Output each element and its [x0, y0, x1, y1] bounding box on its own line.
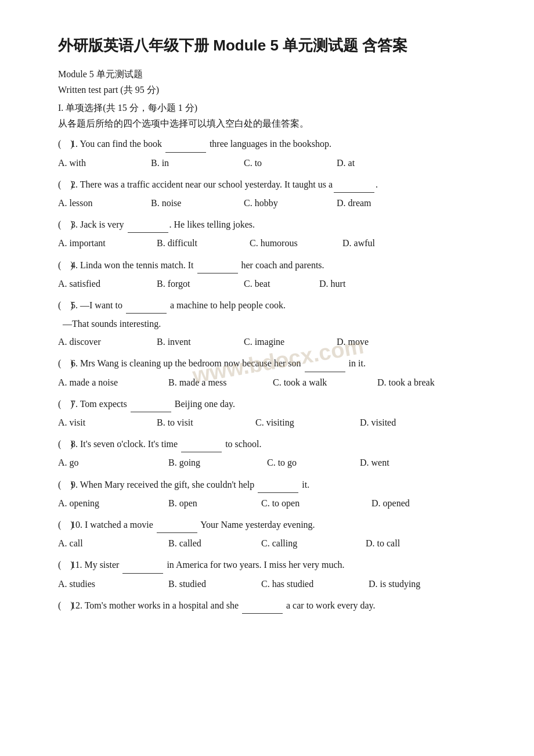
q4-blank [197, 257, 238, 273]
q6-optB: B. made a mess [168, 375, 273, 390]
q9-options: A. opening B. open C. to open D. opened [58, 495, 476, 511]
q4-optA: A. satisfied [58, 276, 157, 291]
q4-optB: B. forgot [157, 276, 244, 291]
q1-num: 1. You can find the book three languages… [71, 139, 331, 149]
q1-paren: ( ) [58, 136, 71, 152]
q10-text: 10. I watched a movie Your Name yesterda… [71, 520, 315, 530]
q2-optC: C. hobby [244, 195, 337, 211]
q7-options: A. visit B. to visit C. visiting D. visi… [58, 415, 476, 430]
question-5b: —That sounds interesting. [58, 316, 476, 332]
q5b-text: —That sounds interesting. [63, 319, 161, 329]
written-test-label: Written test part (共 95 分) [58, 84, 476, 96]
q7-optD: D. visited [360, 415, 453, 430]
q3-optD: D. awful [342, 235, 435, 251]
q3-optB: B. difficult [157, 235, 250, 251]
q6-optD: D. took a break [377, 375, 470, 390]
q4-paren: ( ) [58, 257, 71, 273]
q8-options: A. go B. going C. to go D. went [58, 455, 476, 470]
q3-paren: ( ) [58, 217, 71, 232]
q8-paren: ( ) [58, 436, 71, 452]
q5-options: A. discover B. invent C. imagine D. move [58, 334, 476, 350]
question-11: ( )11. My sister in America for two year… [58, 557, 476, 573]
q2-optD: D. dream [337, 195, 430, 211]
q1-blank [165, 136, 206, 152]
q6-paren: ( ) [58, 355, 71, 371]
q8-optA: A. go [58, 455, 168, 470]
q8-optD: D. went [360, 455, 453, 470]
q5-paren: ( ) [58, 297, 71, 313]
q10-optA: A. call [58, 535, 168, 551]
q1-optD: D. at [337, 155, 430, 171]
q3-text: 3. Jack is very . He likes telling jokes… [71, 219, 255, 229]
q11-optB: B. studied [168, 576, 261, 592]
q8-blank [181, 436, 222, 452]
question-4: ( )4. Linda won the tennis match. It her… [58, 257, 476, 273]
q11-optC: C. has studied [261, 576, 369, 592]
q7-optC: C. visiting [255, 415, 360, 430]
q11-blank [122, 557, 163, 573]
q1-options: A. with B. in C. to D. at [58, 155, 476, 171]
q1-optA: A. with [58, 155, 151, 171]
question-3: ( )3. Jack is very . He likes telling jo… [58, 217, 476, 233]
question-12: ( )12. Tom's mother works in a hospital … [58, 597, 476, 614]
question-8: ( )8. It's seven o'clock. It's time to s… [58, 436, 476, 452]
q6-text: 6. Mrs Wang is cleaning up the bedroom n… [71, 358, 366, 368]
q10-optC: C. calling [261, 535, 366, 551]
q9-text: 9. When Mary received the gift, she coul… [71, 480, 309, 489]
q6-blank [305, 355, 345, 372]
q5-optC: C. imagine [244, 334, 337, 350]
q3-blank [128, 217, 168, 233]
q12-blank [242, 597, 283, 614]
q2-optB: B. noise [151, 195, 244, 211]
q2-paren: ( ) [58, 177, 71, 192]
q5-optB: B. invent [157, 334, 244, 350]
q2-optA: A. lesson [58, 195, 151, 211]
q8-optB: B. going [168, 455, 267, 470]
q2-blank [334, 177, 374, 193]
q12-text: 12. Tom's mother works in a hospital and… [71, 600, 376, 610]
q11-optD: D. is studying [369, 576, 461, 592]
q9-optB: B. open [168, 495, 261, 511]
question-7: ( )7. Tom expects Beijing one day. [58, 396, 476, 412]
q10-optB: B. called [168, 535, 261, 551]
q4-optC: C. beat [244, 276, 319, 291]
q9-paren: ( ) [58, 477, 71, 492]
q3-optC: C. humorous [250, 235, 342, 251]
q12-paren: ( ) [58, 597, 71, 613]
q7-paren: ( ) [58, 396, 71, 412]
q10-options: A. call B. called C. calling D. to call [58, 535, 476, 551]
q9-optA: A. opening [58, 495, 168, 511]
q9-optD: D. opened [371, 495, 464, 511]
q10-optD: D. to call [366, 535, 459, 551]
q7-blank [131, 396, 171, 412]
q2-options: A. lesson B. noise C. hobby D. dream [58, 195, 476, 211]
q9-blank [258, 477, 298, 493]
section1-instruction: 从各题后所给的四个选项中选择可以填入空白处的最佳答案。 [58, 118, 476, 130]
q4-options: A. satisfied B. forgot C. beat D. hurt [58, 276, 476, 291]
q5-optA: A. discover [58, 334, 157, 350]
q11-text: 11. My sister in America for two years. … [71, 560, 345, 570]
question-2: ( )2. There was a traffic accident near … [58, 177, 476, 193]
question-10: ( )10. I watched a movie Your Name yeste… [58, 517, 476, 533]
q3-options: A. important B. difficult C. humorous D.… [58, 235, 476, 251]
question-1: ( )1. You can find the book three langua… [58, 136, 476, 152]
q4-optD: D. hurt [319, 276, 412, 291]
page-title: 外研版英语八年级下册 Module 5 单元测试题 含答案 [58, 35, 476, 56]
q11-optA: A. studies [58, 576, 168, 592]
section1-header: I. 单项选择(共 15 分，每小题 1 分) [58, 102, 476, 114]
q6-optC: C. took a walk [273, 375, 377, 390]
q2-text: 2. There was a traffic accident near our… [71, 179, 378, 189]
q10-blank [157, 517, 197, 533]
q11-paren: ( ) [58, 557, 71, 573]
q11-options: A. studies B. studied C. has studied D. … [58, 576, 476, 592]
q5-optD: D. move [337, 334, 430, 350]
q6-options: A. made a noise B. made a mess C. took a… [58, 375, 476, 390]
question-5a: ( )5. —I want to a machine to help peopl… [58, 297, 476, 314]
q3-optA: A. important [58, 235, 157, 251]
q5a-text: 5. —I want to a machine to help people c… [71, 300, 286, 310]
question-9: ( )9. When Mary received the gift, she c… [58, 477, 476, 493]
subtitle: Module 5 单元测试题 [58, 69, 476, 81]
q9-optC: C. to open [261, 495, 371, 511]
q5-blank [126, 297, 167, 314]
q10-paren: ( ) [58, 517, 71, 532]
